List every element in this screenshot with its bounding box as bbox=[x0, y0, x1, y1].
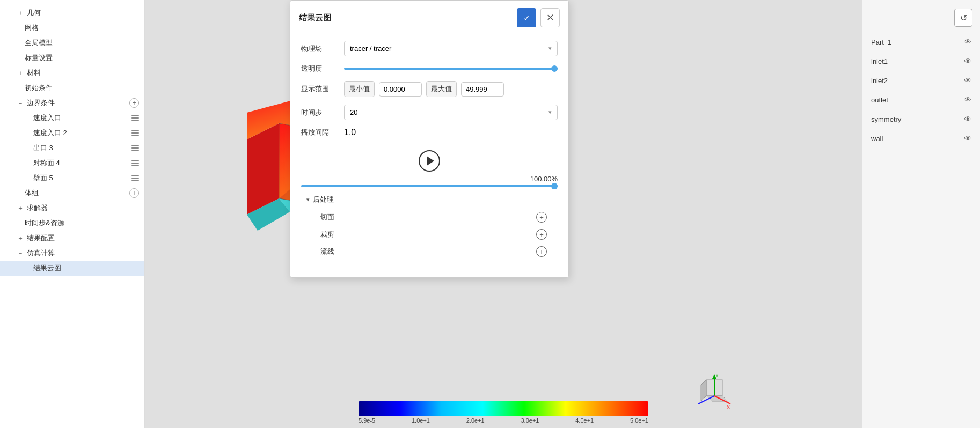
sidebar-item-boundary-conditions[interactable]: － 边界条件 + bbox=[0, 95, 144, 110]
main-viewport: 结果云图 ✓ ✕ 物理场 tracer / tracer ▾ bbox=[145, 0, 862, 428]
lines-icon-sym4 bbox=[131, 160, 139, 166]
section-arrow-pp: ▾ bbox=[306, 196, 310, 203]
left-sidebar: ＋ 几何 网格 全局模型 标量设置 ＋ 材料 初始条件 － 边界条件 + 速度入… bbox=[0, 0, 145, 428]
svg-marker-13 bbox=[701, 380, 706, 401]
modal-body: 物理场 tracer / tracer ▾ 透明度 bbox=[290, 34, 568, 267]
display-range-row: 显示范围 最小值 最大值 bbox=[301, 81, 558, 97]
sidebar-item-timestep[interactable]: 时间步&资源 bbox=[0, 216, 144, 231]
sidebar-item-velocity-inlet-1[interactable]: 速度入口 bbox=[0, 110, 144, 126]
sidebar-item-mesh[interactable]: 网格 bbox=[0, 20, 144, 35]
rp-label-inlet2: inlet2 bbox=[871, 77, 888, 85]
right-panel: ↺ Part_1 👁 inlet1 👁 inlet2 👁 outlet 👁 sy… bbox=[862, 0, 980, 428]
rp-item-inlet2: inlet2 👁 bbox=[862, 71, 980, 90]
add-streamline-button[interactable]: + bbox=[536, 246, 547, 257]
sidebar-item-body-group[interactable]: 体组 + bbox=[0, 186, 144, 201]
progress-thumb[interactable] bbox=[551, 183, 558, 189]
modal-actions: ✓ ✕ bbox=[517, 8, 560, 27]
min-value-input[interactable] bbox=[379, 82, 422, 97]
max-value-input[interactable] bbox=[461, 82, 504, 97]
colorbar-label-2: 2.0e+1 bbox=[466, 417, 485, 424]
eye-icon-part1[interactable]: 👁 bbox=[964, 38, 971, 46]
sidebar-label-bodygroup: 体组 bbox=[25, 188, 39, 198]
add-bc-button[interactable]: + bbox=[129, 98, 139, 108]
sidebar-item-result-cloud[interactable]: 结果云图 bbox=[0, 261, 144, 276]
colorbar-labels: 5.9e-5 1.0e+1 2.0e+1 3.0e+1 4.0e+1 5.0e+… bbox=[359, 417, 648, 424]
physics-value: tracer / tracer bbox=[350, 45, 391, 53]
sidebar-item-solver[interactable]: ＋ 求解器 bbox=[0, 201, 144, 216]
sidebar-item-geometry[interactable]: ＋ 几何 bbox=[0, 5, 144, 20]
sidebar-label-geometry: 几何 bbox=[27, 8, 41, 18]
play-button[interactable] bbox=[419, 150, 440, 172]
sidebar-item-simulation[interactable]: － 仿真计算 bbox=[0, 246, 144, 261]
colorbar-section: 5.9e-5 1.0e+1 2.0e+1 3.0e+1 4.0e+1 5.0e+… bbox=[290, 397, 717, 428]
physics-row: 物理场 tracer / tracer ▾ bbox=[301, 41, 558, 56]
eye-icon-inlet1[interactable]: 👁 bbox=[964, 57, 971, 65]
sidebar-label-sym4: 对称面 4 bbox=[33, 158, 60, 168]
play-icon bbox=[427, 156, 434, 166]
transparency-label: 透明度 bbox=[301, 64, 344, 73]
add-clip-button[interactable]: + bbox=[536, 229, 547, 240]
lines-icon-outlet3 bbox=[131, 145, 139, 151]
sidebar-label-resultconfig: 结果配置 bbox=[27, 233, 55, 243]
colorbar-label-3: 3.0e+1 bbox=[521, 417, 539, 424]
refresh-button[interactable]: ↺ bbox=[954, 9, 972, 27]
min-label: 最小值 bbox=[344, 81, 375, 97]
timestep-label: 时间步 bbox=[301, 108, 344, 117]
close-button[interactable]: ✕ bbox=[540, 8, 560, 27]
post-item-streamline: 流线 + bbox=[301, 243, 558, 260]
transparency-slider-container[interactable] bbox=[344, 68, 558, 70]
progress-slider[interactable] bbox=[301, 185, 558, 187]
svg-text:Y: Y bbox=[715, 374, 719, 378]
refresh-icon: ↺ bbox=[960, 13, 967, 23]
transparency-thumb[interactable] bbox=[551, 65, 558, 72]
add-slice-button[interactable]: + bbox=[536, 212, 547, 223]
sidebar-label-vi1: 速度入口 bbox=[33, 113, 61, 123]
sidebar-label-resultcloud: 结果云图 bbox=[33, 263, 61, 273]
sidebar-item-symmetry-4[interactable]: 对称面 4 bbox=[0, 156, 144, 171]
clip-label: 裁剪 bbox=[320, 230, 334, 239]
sidebar-item-result-config[interactable]: ＋ 结果配置 bbox=[0, 231, 144, 246]
physics-dropdown[interactable]: tracer / tracer ▾ bbox=[344, 41, 558, 56]
sidebar-item-material[interactable]: ＋ 材料 bbox=[0, 65, 144, 80]
sidebar-item-global-model[interactable]: 全局模型 bbox=[0, 35, 144, 50]
colorbar-label-4: 4.0e+1 bbox=[575, 417, 594, 424]
eye-icon-wall[interactable]: 👁 bbox=[964, 134, 971, 143]
confirm-button[interactable]: ✓ bbox=[517, 8, 536, 27]
sidebar-label-wall5: 壁面 5 bbox=[33, 173, 53, 183]
timestep-select[interactable]: 20 ▾ bbox=[344, 105, 558, 120]
eye-icon-symmetry[interactable]: 👁 bbox=[964, 115, 971, 123]
sidebar-item-initial-conditions[interactable]: 初始条件 bbox=[0, 80, 144, 95]
rp-item-outlet: outlet 👁 bbox=[862, 90, 980, 109]
colorbar-label-5: 5.0e+1 bbox=[630, 417, 648, 424]
expand-icon-resultconfig: ＋ bbox=[16, 234, 25, 242]
rp-item-wall: wall 👁 bbox=[862, 129, 980, 148]
add-bodygroup-button[interactable]: + bbox=[129, 188, 139, 198]
transparency-row: 透明度 bbox=[301, 64, 558, 73]
post-item-slice: 切面 + bbox=[301, 209, 558, 226]
axes-cube-widget: Y X bbox=[696, 374, 733, 412]
eye-icon-outlet[interactable]: 👁 bbox=[964, 95, 971, 104]
post-process-section-header[interactable]: ▾ 后处理 bbox=[301, 190, 558, 209]
expand-icon: ＋ bbox=[16, 9, 25, 17]
sidebar-label-material: 材料 bbox=[27, 68, 41, 78]
sidebar-item-scalar-settings[interactable]: 标量设置 bbox=[0, 50, 144, 65]
physics-select[interactable]: tracer / tracer ▾ bbox=[344, 41, 558, 56]
display-range-label: 显示范围 bbox=[301, 84, 344, 94]
transparency-track[interactable] bbox=[344, 68, 558, 70]
eye-icon-inlet2[interactable]: 👁 bbox=[964, 76, 971, 85]
collapse-icon-sim: － bbox=[16, 249, 25, 257]
rp-item-part1: Part_1 👁 bbox=[862, 32, 980, 51]
rp-item-symmetry: symmetry 👁 bbox=[862, 109, 980, 129]
timestep-dropdown[interactable]: 20 ▾ bbox=[344, 105, 558, 120]
sidebar-item-velocity-inlet-2[interactable]: 速度入口 2 bbox=[0, 126, 144, 141]
rp-item-inlet1: inlet1 👁 bbox=[862, 51, 980, 71]
interval-label: 播放间隔 bbox=[301, 128, 344, 137]
dropdown-arrow-physics: ▾ bbox=[548, 45, 552, 52]
rp-label-symmetry: symmetry bbox=[871, 115, 901, 123]
rp-label-outlet: outlet bbox=[871, 96, 888, 104]
sidebar-label-timestep: 时间步&资源 bbox=[25, 218, 64, 228]
sidebar-item-wall-5[interactable]: 壁面 5 bbox=[0, 171, 144, 186]
interval-value-display: 1.0 bbox=[344, 128, 558, 137]
expand-icon-material: ＋ bbox=[16, 69, 25, 77]
sidebar-item-outlet-3[interactable]: 出口 3 bbox=[0, 141, 144, 156]
